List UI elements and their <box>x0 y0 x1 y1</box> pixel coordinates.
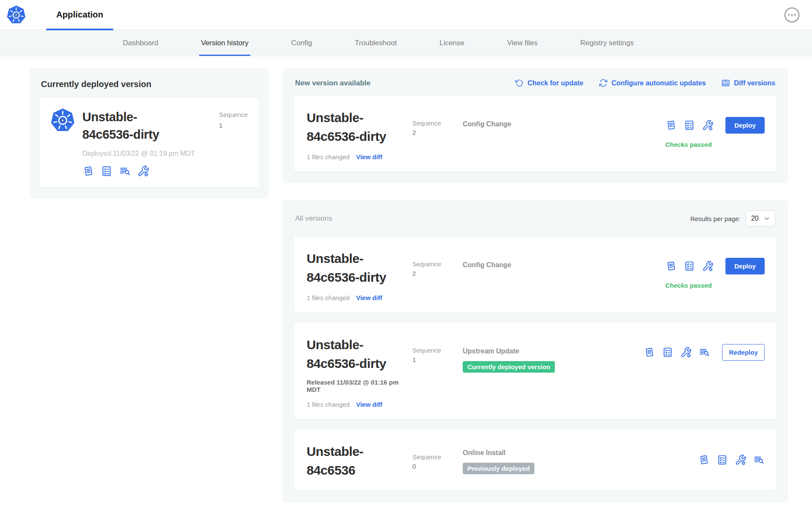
view-diff-link[interactable]: View diff <box>356 401 382 408</box>
version-source: Config Change <box>463 108 665 160</box>
config-icon[interactable] <box>735 454 746 466</box>
release-notes-icon[interactable] <box>644 347 655 358</box>
deployed-sequence: Sequence 1 <box>219 108 248 143</box>
sequence-label: Sequence <box>412 347 441 354</box>
version-title: Unstable-84c6536 <box>307 442 400 479</box>
diff-versions-link[interactable]: Diff versions <box>721 79 775 88</box>
preflight-checks-icon[interactable] <box>662 347 673 358</box>
version-info: Unstable-84c6536-dirty Released 11/03/22… <box>307 335 412 408</box>
checks-status: Checks passed <box>665 141 712 148</box>
version-info: Unstable-84c6536-dirty 1 files changed V… <box>307 249 412 301</box>
deployed-card-body: Unstable-84c6536-dirty Sequence 1 Deploy… <box>82 108 248 177</box>
overflow-menu-button[interactable] <box>784 6 801 23</box>
sequence-value: 2 <box>412 129 463 136</box>
version-row: Unstable-84c6536-dirty 1 files changed V… <box>293 236 777 313</box>
version-title: Unstable-84c6536-dirty <box>307 108 400 146</box>
deploy-logs-icon[interactable] <box>119 165 131 177</box>
diff-versions-icon <box>721 79 730 88</box>
config-icon[interactable] <box>137 165 149 177</box>
release-notes-icon[interactable] <box>82 165 94 177</box>
deploy-logs-icon[interactable] <box>699 347 710 358</box>
source-label: Config Change <box>463 261 665 269</box>
status-badge: Currently deployed version <box>463 361 555 373</box>
refresh-icon <box>515 79 524 88</box>
version-sequence: Sequence 2 <box>412 108 463 160</box>
results-per-page-label: Results per page: <box>690 215 741 222</box>
right-column: New version available Check for update C… <box>282 68 788 503</box>
tab-view-files[interactable]: View files <box>507 30 538 56</box>
new-version-header-actions: Check for update Configure automatic upd… <box>515 79 775 88</box>
currently-deployed-panel: Currently deployed version Unstable-84c6… <box>30 68 269 198</box>
config-icon[interactable] <box>702 120 713 131</box>
sequence-value: 1 <box>219 122 248 129</box>
version-row: Unstable-84c6536 Sequence 0 Online Insta… <box>293 429 777 491</box>
deploy-button[interactable]: Deploy <box>725 117 765 134</box>
sequence-value: 1 <box>412 356 463 363</box>
source-label: Online Install <box>463 449 698 457</box>
currently-deployed-card: Unstable-84c6536-dirty Sequence 1 Deploy… <box>39 97 259 188</box>
release-notes-icon[interactable] <box>665 260 677 272</box>
release-notes-icon[interactable] <box>665 120 677 131</box>
configure-automatic-updates-link[interactable]: Configure automatic updates <box>599 79 706 88</box>
auto-update-icon <box>599 79 608 88</box>
preflight-checks-icon[interactable] <box>684 120 695 131</box>
view-diff-link[interactable]: View diff <box>356 294 382 301</box>
view-diff-link[interactable]: View diff <box>356 153 382 160</box>
tab-registry-settings[interactable]: Registry settings <box>580 30 634 56</box>
sequence-label: Sequence <box>412 120 441 127</box>
app-header: Application <box>0 0 812 30</box>
version-source: Config Change <box>463 249 665 301</box>
checks-status: Checks passed <box>665 282 712 289</box>
main-content: Currently deployed version Unstable-84c6… <box>0 56 812 503</box>
config-icon[interactable] <box>702 260 713 272</box>
version-title: Unstable-84c6536-dirty <box>307 335 400 373</box>
kubernetes-logo <box>7 6 26 24</box>
chevron-down-icon <box>764 216 770 222</box>
sequence-label: Sequence <box>412 260 441 268</box>
preflight-checks-icon[interactable] <box>684 260 695 272</box>
version-actions: Deploy Checks passed <box>665 108 765 160</box>
release-notes-icon[interactable] <box>698 454 710 466</box>
new-version-panel: New version available Check for update C… <box>282 68 788 183</box>
diff-versions-label: Diff versions <box>734 79 775 87</box>
new-version-card: Unstable-84c6536-dirty 1 files changed V… <box>293 95 777 172</box>
tab-license[interactable]: License <box>439 30 464 56</box>
version-source: Online Install Previously deployed <box>463 442 698 479</box>
version-actions <box>698 442 765 479</box>
redeploy-button[interactable]: Redeploy <box>722 344 765 361</box>
version-sequence: Sequence 1 <box>412 335 463 408</box>
config-icon[interactable] <box>680 347 692 358</box>
preflight-checks-icon[interactable] <box>101 165 113 177</box>
currently-deployed-heading: Currently deployed version <box>41 79 258 89</box>
version-row: Unstable-84c6536-dirty Released 11/03/22… <box>293 322 777 420</box>
version-info: Unstable-84c6536-dirty 1 files changed V… <box>307 108 412 160</box>
version-sequence: Sequence 0 <box>412 442 463 479</box>
deploy-button[interactable]: Deploy <box>725 258 765 274</box>
results-per-page-value: 20 <box>751 215 759 222</box>
version-sequence: Sequence 2 <box>412 249 463 301</box>
sequence-value: 0 <box>412 463 463 470</box>
version-info: Unstable-84c6536 <box>307 442 412 479</box>
deployed-timestamp: Deployed 11/03/22 @ 01:19 pm MDT <box>82 150 248 158</box>
deploy-logs-icon[interactable] <box>753 454 765 466</box>
new-version-heading: New version available <box>295 79 371 88</box>
files-changed-text: 1 files changed <box>307 401 350 408</box>
preflight-checks-icon[interactable] <box>716 454 728 466</box>
results-per-page-select[interactable]: 20 <box>745 210 775 227</box>
sequence-label: Sequence <box>412 453 441 461</box>
app-kubernetes-icon <box>51 108 75 132</box>
app-title-tab[interactable]: Application <box>46 0 113 29</box>
check-for-update-link[interactable]: Check for update <box>515 79 583 88</box>
tab-dashboard[interactable]: Dashboard <box>123 30 158 56</box>
all-versions-panel: All versions Results per page: 20 Unstab… <box>282 200 788 503</box>
version-actions: Deploy Checks passed <box>665 249 765 301</box>
tab-config[interactable]: Config <box>291 30 312 56</box>
results-per-page: Results per page: 20 <box>690 210 775 227</box>
source-label: Config Change <box>463 120 665 128</box>
released-timestamp: Released 11/03/22 @ 01:16 pm MDT <box>307 379 412 393</box>
tab-troubleshoot[interactable]: Troubleshoot <box>355 30 397 56</box>
all-versions-heading: All versions <box>295 214 332 223</box>
tab-version-history[interactable]: Version history <box>201 30 249 56</box>
files-changed-text: 1 files changed <box>307 153 350 160</box>
check-for-update-label: Check for update <box>528 79 583 87</box>
